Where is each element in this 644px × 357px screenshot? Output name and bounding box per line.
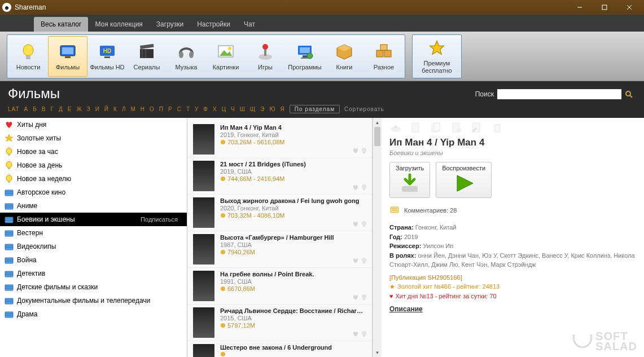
toolbar-btn-picture[interactable]: Картинки: [206, 36, 246, 77]
alpha-letter[interactable]: Н: [141, 106, 145, 112]
toolbar-btn-headphones[interactable]: Музыка: [167, 36, 206, 77]
alpha-letter[interactable]: И: [95, 106, 100, 112]
toolbar-btn-tv[interactable]: Фильмы: [48, 36, 87, 77]
toolbar-btn-bulb[interactable]: Новости: [8, 36, 48, 77]
bulb-icon[interactable]: [361, 330, 367, 337]
search-icon[interactable]: [625, 90, 633, 98]
alpha-letter[interactable]: Г: [51, 106, 54, 112]
sidebar-item[interactable]: Война: [0, 253, 187, 267]
main-tab-4[interactable]: Чат: [237, 17, 262, 32]
comments-row[interactable]: Комментариев: 28: [389, 206, 636, 215]
alpha-letter[interactable]: В: [42, 106, 46, 112]
sidebar-item[interactable]: Авторское кино: [0, 186, 187, 199]
sidebar-item[interactable]: Боевики и экшеныПодписаться: [0, 213, 187, 226]
main-tab-2[interactable]: Загрузки: [150, 17, 190, 32]
heart-icon[interactable]: [352, 330, 359, 337]
alpha-letter[interactable]: Т: [186, 106, 190, 112]
play-button[interactable]: Воспроизвести: [436, 162, 492, 198]
edit-icon[interactable]: [471, 121, 483, 134]
sidebar-item[interactable]: Новое за день: [0, 158, 187, 172]
doc-icon[interactable]: [410, 121, 422, 134]
sidebar-item[interactable]: Детектив: [0, 267, 187, 280]
scroll-down-icon[interactable]: ▼: [373, 348, 382, 357]
alpha-letter[interactable]: А: [24, 106, 29, 112]
alpha-letter[interactable]: З: [87, 106, 91, 112]
main-tab-0[interactable]: Весь каталог: [34, 17, 88, 32]
download-button[interactable]: Загрузить: [389, 162, 430, 198]
sidebar-item[interactable]: Новое за час: [0, 145, 187, 158]
sidebar-item[interactable]: Аниме: [0, 199, 187, 213]
heart-icon[interactable]: [352, 184, 359, 191]
alpha-letter[interactable]: Ч: [231, 106, 235, 112]
publication-link[interactable]: [Публикация SH2905166]: [389, 274, 636, 281]
sidebar-item[interactable]: Золотые хиты: [0, 131, 187, 145]
trash-icon[interactable]: [491, 121, 503, 134]
film-row[interactable]: Шестеро вне закона / 6 Underground: [187, 341, 372, 357]
bulb-icon[interactable]: [361, 257, 367, 264]
heart-icon[interactable]: [352, 221, 359, 227]
heart-icon[interactable]: [352, 147, 359, 154]
heart-icon[interactable]: [352, 294, 359, 301]
toolbar-btn-clapper[interactable]: Сериалы: [127, 36, 167, 77]
bulb-icon[interactable]: [361, 221, 367, 227]
alpha-letter[interactable]: К: [113, 106, 117, 112]
maximize-button[interactable]: [592, 0, 617, 15]
scroll-up-icon[interactable]: ▲: [373, 118, 382, 127]
alpha-letter[interactable]: LAT: [8, 106, 20, 112]
alpha-letter[interactable]: М: [130, 106, 135, 112]
alpha-letter[interactable]: Ж: [76, 106, 82, 112]
toolbar-btn-joystick[interactable]: Игры: [246, 36, 285, 77]
alpha-letter[interactable]: Е: [68, 106, 72, 112]
scroll-thumb[interactable]: [374, 127, 380, 146]
alpha-letter[interactable]: У: [195, 106, 199, 112]
sort-button[interactable]: Сортировать: [344, 106, 384, 112]
heart-icon[interactable]: [352, 257, 359, 264]
toolbar-btn-box[interactable]: Книги: [325, 36, 364, 77]
alpha-letter[interactable]: Х: [213, 106, 217, 112]
sidebar-item[interactable]: Новое за неделю: [0, 172, 187, 186]
alpha-letter[interactable]: П: [159, 106, 164, 112]
alpha-letter[interactable]: С: [177, 106, 182, 112]
toolbar-btn-monitor[interactable]: Программы: [285, 36, 325, 77]
bulb-icon[interactable]: [361, 184, 367, 191]
film-row[interactable]: 21 мост / 21 Bridges (iTunes) 2019, США …: [187, 158, 372, 195]
minimize-button[interactable]: [567, 0, 592, 15]
film-row[interactable]: На гребне волны / Point Break. 1991, США…: [187, 268, 372, 305]
sidebar-item[interactable]: Документальные фильмы и телепередачи: [0, 294, 187, 307]
alpha-letter[interactable]: Я: [281, 106, 285, 112]
alpha-letter[interactable]: Й: [104, 106, 109, 112]
toolbar-btn-hd[interactable]: HDФильмы HD: [87, 36, 127, 77]
sidebar-item[interactable]: Драма: [0, 307, 187, 321]
alpha-letter[interactable]: Э: [260, 106, 265, 112]
subscribe-link[interactable]: Подписаться: [141, 216, 182, 223]
bulb-icon[interactable]: [361, 294, 367, 301]
film-list-scrollbar[interactable]: ▲ ▼: [373, 118, 382, 357]
alpha-letter[interactable]: Щ: [250, 106, 256, 112]
alpha-letter[interactable]: О: [150, 106, 155, 112]
main-tab-1[interactable]: Моя коллекция: [88, 17, 149, 32]
sidebar-item[interactable]: Детские фильмы и сказки: [0, 280, 187, 294]
alpha-letter[interactable]: Б: [33, 106, 37, 112]
cloud-up-icon[interactable]: [389, 121, 402, 134]
alpha-letter[interactable]: Л: [122, 106, 126, 112]
film-row[interactable]: Ричард Львиное Сердце: Восстание / Richa…: [187, 305, 372, 341]
alpha-letter[interactable]: Ц: [222, 106, 226, 112]
sidebar-item[interactable]: Видеоклипы: [0, 240, 187, 253]
film-row[interactable]: Выход жирного дракона / Fei lung gwoh go…: [187, 195, 372, 231]
sidebar-item[interactable]: Хиты дня: [0, 118, 187, 131]
alpha-letter[interactable]: Р: [168, 106, 173, 112]
search-input[interactable]: [497, 89, 621, 99]
premium-button[interactable]: Премиум бесплатно: [414, 36, 460, 77]
alpha-letter[interactable]: Д: [59, 106, 63, 112]
by-sections-button[interactable]: По разделам: [290, 105, 340, 113]
alpha-letter[interactable]: Ю: [269, 106, 275, 112]
sidebar-item[interactable]: Вестерн: [0, 226, 187, 240]
main-tab-3[interactable]: Настройки: [190, 17, 237, 32]
film-row[interactable]: Высота «Гамбургер» / Hamburger Hill 1987…: [187, 231, 372, 268]
alpha-letter[interactable]: Ф: [203, 106, 208, 112]
film-row[interactable]: Ип Ман 4 / Yip Man 4 2019, Гонконг, Кита…: [187, 121, 372, 158]
doc2-icon[interactable]: [430, 121, 443, 134]
alpha-letter[interactable]: Ш: [240, 106, 246, 112]
close-button[interactable]: [617, 0, 642, 15]
bulb-icon[interactable]: [361, 147, 367, 154]
